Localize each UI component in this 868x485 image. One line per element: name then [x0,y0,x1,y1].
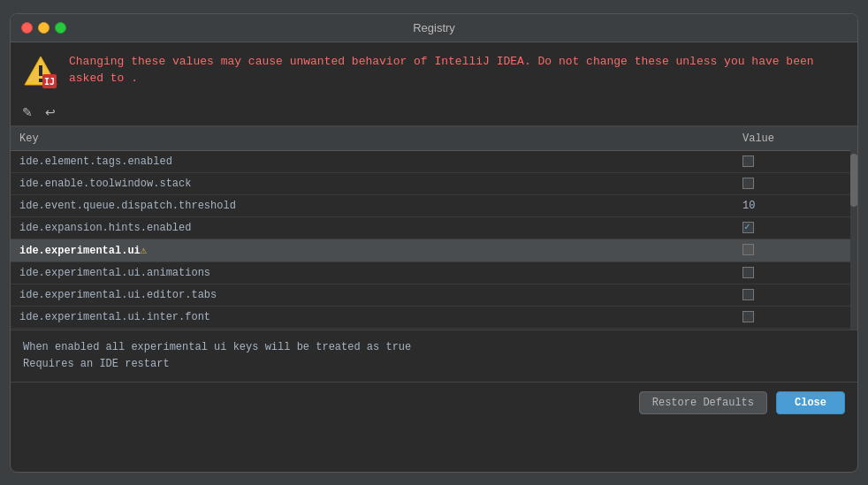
warning-line2: asked to . [69,70,814,87]
value-checkbox[interactable] [742,289,754,300]
registry-dialog: Registry IJ Changing these values may ca… [10,13,858,473]
table-row[interactable]: ide.enable.toolwindow.stack [11,172,857,194]
value-cell[interactable] [734,239,857,261]
value-cell[interactable] [734,150,857,172]
table-row[interactable]: ide.experimental.ui.animations [11,261,857,284]
close-button[interactable]: Close [776,391,845,414]
value-checkbox[interactable] [742,155,754,167]
table-row[interactable]: ide.expansion.hints.enabled [11,216,857,239]
table-row[interactable]: ide.event.queue.dispatch.threshold10 [11,194,857,216]
value-cell[interactable] [734,306,857,328]
warning-text: Changing these values may cause unwanted… [69,53,814,87]
key-cell: ide.experimental.ui.inter.font [11,306,734,328]
warning-line1: Changing these values may cause unwanted… [69,53,814,71]
scrollbar-thumb[interactable] [850,154,857,207]
key-text: ide.experimental.ui.editor.tabs [19,289,217,301]
undo-button[interactable]: ↩ [41,102,60,122]
key-text: ide.enable.toolwindow.stack [19,178,191,190]
value-checkbox-dark[interactable] [742,244,754,255]
key-cell: ide.event.queue.dispatch.threshold [11,194,734,216]
table-row[interactable]: ide.experimental.ui.main.toolbar [11,328,857,330]
value-cell[interactable] [734,172,857,194]
key-text: ide.event.queue.dispatch.threshold [19,200,236,212]
key-cell: ide.expansion.hints.enabled [11,216,734,239]
key-text: ide.experimental.ui [19,245,141,257]
value-checkbox[interactable] [742,267,754,278]
undo-icon: ↩ [45,105,56,119]
value-column-header: Value [734,127,857,151]
registry-table: Key Value ide.element.tags.enabledide.en… [11,127,857,330]
key-cell: ide.experimental.ui.animations [11,261,734,284]
restore-defaults-button[interactable]: Restore Defaults [639,391,767,414]
value-cell[interactable] [734,328,857,330]
row-warning-icon: ⚠ [141,244,147,257]
dialog-title: Registry [413,21,455,34]
minimize-traffic-light[interactable] [38,22,49,34]
svg-text:IJ: IJ [44,77,55,87]
key-cell: ide.experimental.ui ⚠ [11,239,734,261]
key-cell: ide.experimental.ui.main.toolbar [11,328,734,330]
key-column-header: Key [11,127,734,151]
value-cell[interactable] [734,261,857,284]
value-cell[interactable] [734,284,857,306]
value-checkbox[interactable] [742,311,754,322]
key-text: ide.experimental.ui.inter.font [19,311,210,323]
table-row[interactable]: ide.element.tags.enabled [11,150,857,172]
scrollbar-track[interactable] [850,127,857,330]
footer: Restore Defaults Close [11,382,857,423]
value-checkbox[interactable] [742,178,754,189]
value-cell[interactable]: 10 [734,194,857,216]
description-line1: When enabled all experimental ui keys wi… [23,339,845,356]
value-checkbox[interactable] [742,222,754,233]
edit-icon: ✎ [22,105,33,119]
registry-table-container[interactable]: Key Value ide.element.tags.enabledide.en… [11,126,857,330]
toolbar: ✎ ↩ [11,99,857,126]
key-text: ide.element.tags.enabled [19,155,172,168]
description-line2: Requires an IDE restart [23,356,845,373]
key-cell: ide.element.tags.enabled [11,150,734,172]
value-text: 10 [742,200,755,212]
value-cell[interactable] [734,216,857,239]
key-cell: ide.enable.toolwindow.stack [11,172,734,194]
maximize-traffic-light[interactable] [55,22,66,34]
close-traffic-light[interactable] [21,22,33,34]
table-row[interactable]: ide.experimental.ui.inter.font [11,306,857,328]
warning-banner: IJ Changing these values may cause unwan… [11,42,857,99]
key-cell: ide.experimental.ui.editor.tabs [11,284,734,306]
key-text: ide.experimental.ui.animations [19,267,210,279]
traffic-lights [21,22,66,34]
key-text: ide.expansion.hints.enabled [19,222,191,234]
table-header-row: Key Value [11,127,857,151]
table-row[interactable]: ide.experimental.ui.editor.tabs [11,284,857,306]
title-bar: Registry [11,14,857,42]
warning-icon: IJ [23,53,58,88]
table-row[interactable]: ide.experimental.ui ⚠ [11,239,857,261]
svg-rect-2 [39,79,42,82]
edit-button[interactable]: ✎ [18,102,37,122]
svg-rect-1 [39,65,42,76]
description-panel: When enabled all experimental ui keys wi… [11,330,857,382]
